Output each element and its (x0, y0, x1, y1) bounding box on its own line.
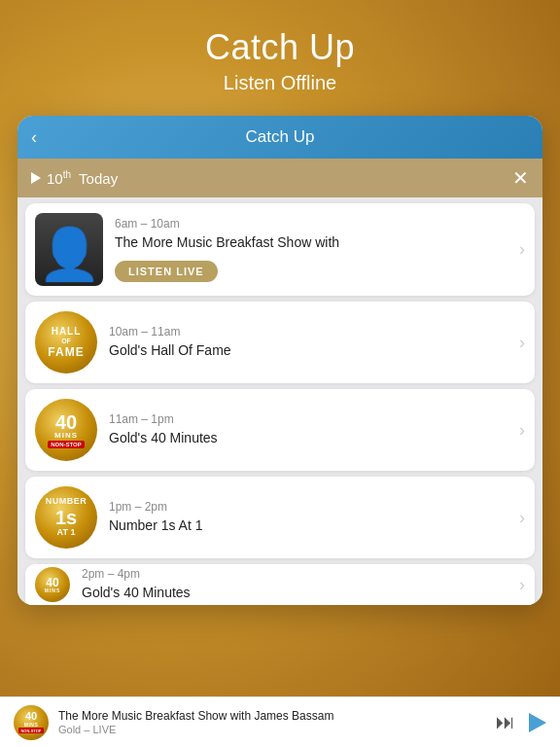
close-button[interactable]: ✕ (512, 166, 529, 190)
show-time: 11am – 1pm (109, 412, 508, 426)
player-thumb-num: 40 (25, 711, 37, 722)
player-thumb-ns: NON-STOP (18, 728, 43, 733)
bottom-player: 40 MINS NON-STOP The More Music Breakfas… (0, 696, 560, 747)
page-subtitle: Listen Offline (0, 72, 560, 94)
show-name: Gold's Hall Of Fame (109, 341, 508, 359)
play-small-icon[interactable] (31, 172, 41, 184)
show-thumbnail: NUMBER 1s AT 1 (35, 486, 97, 549)
show-item[interactable]: HALL OF FAME 10am – 11am Gold's Hall Of … (25, 302, 535, 383)
date-number: 10 (47, 170, 63, 187)
chevron-right-icon: › (519, 420, 525, 441)
show-name: Number 1s At 1 (109, 516, 508, 534)
thumb-mins: MINS (45, 588, 61, 593)
chevron-right-icon: › (519, 575, 525, 595)
show-item[interactable]: 40 MINS NON-STOP 11am – 1pm Gold's 40 Mi… (25, 389, 535, 471)
show-thumbnail: 40 MINS NON-STOP (35, 399, 97, 461)
play-button[interactable] (529, 713, 546, 732)
chevron-right-icon: › (519, 333, 525, 353)
chevron-right-icon: › (519, 239, 525, 260)
player-controls: ⏭ (496, 711, 546, 733)
chevron-right-icon: › (519, 508, 525, 528)
thumb-text: NUMBER (46, 497, 88, 507)
date-suffix: th (63, 169, 71, 180)
skip-forward-button[interactable]: ⏭ (496, 711, 515, 733)
show-info: 1pm – 2pm Number 1s At 1 (109, 500, 508, 534)
thumb-nonstop: NON-STOP (48, 441, 85, 448)
date-bar: 10th Today ✕ (18, 159, 542, 197)
thumb-number: 40 (55, 412, 77, 432)
listen-live-button[interactable]: LISTEN LIVE (115, 261, 218, 282)
shows-list: 👤 6am – 10am The More Music Breakfast Sh… (18, 203, 542, 605)
show-info: 2pm – 4pm Gold's 40 Minutes (82, 567, 508, 601)
player-thumbnail: 40 MINS NON-STOP (14, 705, 49, 740)
show-thumbnail: 👤 (35, 213, 103, 286)
show-thumbnail: HALL OF FAME (35, 311, 97, 374)
show-time: 2pm – 4pm (82, 567, 508, 581)
show-item[interactable]: 👤 6am – 10am The More Music Breakfast Sh… (25, 203, 535, 296)
back-button[interactable]: ‹ (31, 127, 37, 148)
player-title: The More Music Breakfast Show with James… (58, 709, 486, 723)
thumb-number: 40 (46, 577, 58, 588)
show-info: 10am – 11am Gold's Hall Of Fame (109, 325, 508, 359)
show-time: 6am – 10am (115, 217, 508, 231)
show-time: 1pm – 2pm (109, 500, 508, 514)
player-info: The More Music Breakfast Show with James… (58, 709, 486, 735)
show-name: Gold's 40 Minutes (82, 584, 508, 601)
thumb-mins: MINS (54, 432, 78, 440)
nav-bar: ‹ Catch Up (18, 116, 542, 159)
date-label: 10th Today (47, 169, 118, 187)
show-info: 11am – 1pm Gold's 40 Minutes (109, 412, 508, 446)
app-card: ‹ Catch Up 10th Today ✕ 👤 6am – 10am The… (18, 116, 542, 605)
day-label: Today (79, 170, 118, 187)
date-bar-left: 10th Today (31, 169, 118, 187)
nav-title: Catch Up (246, 127, 315, 147)
show-item[interactable]: NUMBER 1s AT 1 1pm – 2pm Number 1s At 1 … (25, 477, 535, 558)
show-item[interactable]: 40 MINS 2pm – 4pm Gold's 40 Minutes › (25, 564, 535, 605)
show-info: 6am – 10am The More Music Breakfast Show… (115, 217, 508, 281)
thumb-text: HALL (52, 326, 82, 338)
show-time: 10am – 11am (109, 325, 508, 338)
thumb-text: FAME (48, 345, 84, 359)
show-thumbnail: 40 MINS (35, 567, 70, 602)
thumb-text: 1s (55, 507, 77, 528)
show-name: The More Music Breakfast Show with (115, 233, 508, 251)
header-section: Catch Up Listen Offline (0, 0, 560, 104)
thumb-text: AT 1 (57, 528, 76, 538)
player-subtitle: Gold – LIVE (58, 724, 486, 735)
person-icon: 👤 (38, 229, 101, 279)
page-title: Catch Up (0, 27, 560, 68)
show-name: Gold's 40 Minutes (109, 429, 508, 446)
thumb-text: OF (61, 338, 71, 345)
